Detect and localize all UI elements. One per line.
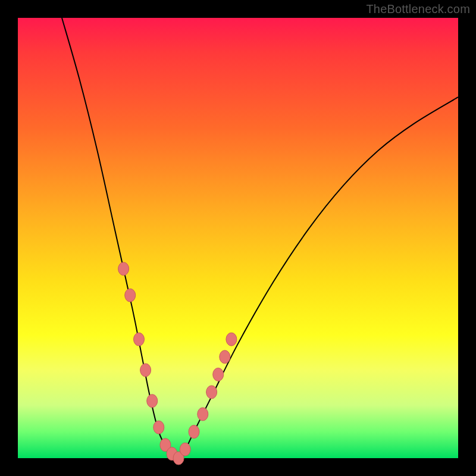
bead bbox=[134, 333, 145, 346]
bead bbox=[189, 425, 199, 439]
bead bbox=[180, 443, 190, 456]
curve-beads bbox=[118, 262, 237, 465]
bead bbox=[206, 386, 217, 399]
bead bbox=[147, 394, 158, 408]
bead bbox=[125, 289, 136, 302]
chart-frame: TheBottleneck.com bbox=[0, 0, 476, 476]
bead bbox=[154, 421, 164, 434]
bead bbox=[220, 350, 230, 364]
bead bbox=[118, 262, 129, 275]
bead bbox=[198, 408, 208, 421]
bottleneck-curve bbox=[62, 18, 458, 458]
watermark-text: TheBottleneck.com bbox=[366, 2, 470, 16]
bead bbox=[213, 368, 224, 381]
plot-area bbox=[18, 18, 458, 458]
bead bbox=[226, 333, 237, 346]
chart-svg bbox=[18, 18, 458, 458]
bead bbox=[140, 364, 151, 377]
